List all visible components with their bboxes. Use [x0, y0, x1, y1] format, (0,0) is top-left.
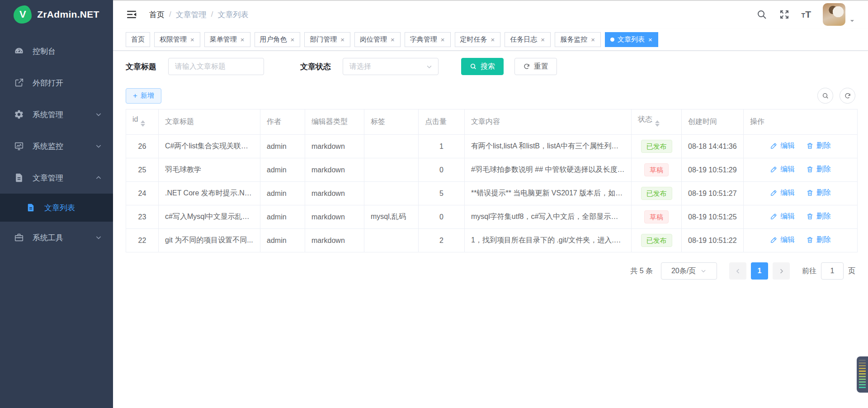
tab-close-icon[interactable]: × — [290, 36, 295, 43]
tab[interactable]: 用户角色 × — [255, 32, 301, 47]
tab[interactable]: 权限管理 × — [154, 32, 200, 47]
cell-operations: 编辑 删除 — [744, 158, 858, 182]
chevron-down-icon — [700, 268, 707, 274]
table-row: 23 c#写入Mysql中文显示乱码 ... admin markdown my… — [126, 205, 858, 229]
column-header[interactable]: 操作 — [744, 109, 858, 135]
trash-icon — [806, 213, 814, 220]
cell-author: admin — [260, 182, 305, 205]
avatar[interactable] — [823, 3, 845, 26]
user-menu[interactable] — [823, 3, 855, 26]
edit-button[interactable]: 编辑 — [770, 188, 795, 198]
edit-button[interactable]: 编辑 — [770, 165, 795, 174]
delete-button[interactable]: 删除 — [806, 188, 831, 198]
document-icon — [25, 202, 36, 213]
search-icon — [470, 63, 477, 70]
tab-close-icon[interactable]: × — [491, 36, 495, 43]
plus-icon: + — [133, 92, 137, 100]
sidebar-item[interactable]: 外部打开 — [0, 67, 113, 99]
tab-close-icon[interactable]: × — [240, 36, 245, 43]
tab[interactable]: 部门管理 × — [304, 32, 350, 47]
topbar: 首页 文章管理 文章列表 TT — [113, 0, 868, 29]
edit-button[interactable]: 编辑 — [770, 212, 795, 221]
column-header[interactable]: 文章内容 — [465, 109, 632, 135]
sidebar-item[interactable]: 系统管理 — [0, 99, 113, 130]
app-root: V ZrAdmin.NET 控制台 — [0, 0, 868, 408]
cell-hits: 0 — [419, 205, 465, 229]
delete-button[interactable]: 删除 — [806, 235, 831, 245]
font-size-icon[interactable]: TT — [802, 9, 811, 20]
tab[interactable]: 岗位管理 × — [354, 32, 401, 47]
next-page-button[interactable] — [773, 262, 790, 280]
tab-close-icon[interactable]: × — [390, 36, 395, 43]
theme-drawer-handle[interactable] — [857, 356, 868, 393]
column-header[interactable]: 标签 — [364, 109, 419, 135]
refresh-icon — [523, 63, 530, 70]
page-size-select[interactable]: 20条/页 — [661, 262, 717, 280]
delete-button[interactable]: 删除 — [806, 141, 831, 151]
tab-close-icon[interactable]: × — [648, 36, 653, 43]
fullscreen-icon[interactable] — [779, 9, 790, 20]
tab[interactable]: 菜单管理 × — [204, 32, 250, 47]
reset-button[interactable]: 重置 — [514, 58, 557, 75]
edit-button[interactable]: 编辑 — [770, 141, 795, 151]
edit-icon — [770, 166, 778, 173]
column-header[interactable]: 编辑器类型 — [305, 109, 364, 135]
sort-caret-icon[interactable] — [655, 118, 660, 129]
edit-button[interactable]: 编辑 — [770, 235, 795, 245]
cell-status: 草稿 — [632, 158, 682, 182]
breadcrumb-item[interactable]: 文章管理 — [176, 9, 218, 20]
refresh-table-button[interactable] — [840, 88, 855, 104]
cell-title: c#写入Mysql中文显示乱码 ... — [159, 205, 260, 229]
current-page-button[interactable]: 1 — [751, 262, 768, 280]
tab[interactable]: 文章列表 × — [605, 32, 658, 47]
breadcrumb-item[interactable]: 文章列表 — [217, 9, 248, 20]
tab-active-dot — [610, 38, 614, 42]
sidebar-item[interactable]: 控制台 — [0, 35, 113, 67]
gear-icon — [14, 109, 24, 120]
search-icon[interactable] — [756, 9, 767, 20]
column-header[interactable]: 文章标题 — [159, 109, 260, 135]
column-header[interactable]: id — [126, 109, 159, 135]
sidebar-item[interactable]: 文章管理 — [0, 162, 113, 194]
sidebar-item[interactable]: 系统工具 — [0, 222, 113, 253]
tab-close-icon[interactable]: × — [440, 36, 445, 43]
tab[interactable]: 字典管理 × — [405, 32, 451, 47]
add-button[interactable]: + 新增 — [126, 88, 161, 104]
status-filter-select[interactable]: 请选择 — [343, 58, 439, 75]
sort-caret-icon[interactable] — [141, 118, 145, 129]
breadcrumb-item[interactable]: 首页 — [149, 9, 176, 20]
delete-button[interactable]: 删除 — [806, 165, 831, 174]
theme-drawer-stripes-icon — [859, 360, 866, 389]
toolbox-icon — [14, 232, 24, 243]
trash-icon — [806, 166, 814, 173]
prev-page-button[interactable] — [729, 262, 746, 280]
search-button[interactable]: 搜索 — [461, 58, 504, 75]
sidebar-item[interactable]: 系统监控 — [0, 130, 113, 162]
tab-close-icon[interactable]: × — [190, 36, 195, 43]
column-header[interactable]: 创建时间 — [682, 109, 744, 135]
cell-editor-type: markdown — [305, 182, 364, 205]
column-header[interactable]: 点击量 — [419, 109, 465, 135]
tab[interactable]: 定时任务 × — [455, 32, 501, 47]
column-header[interactable]: 状态 — [632, 109, 682, 135]
status-badge: 草稿 — [644, 163, 669, 176]
cell-hits: 2 — [419, 229, 465, 252]
cell-hits: 5 — [419, 182, 465, 205]
tab[interactable]: 首页 × — [126, 32, 150, 47]
show-search-button[interactable] — [817, 88, 833, 104]
tab-close-icon[interactable]: × — [540, 36, 545, 43]
delete-button[interactable]: 删除 — [806, 212, 831, 221]
tab[interactable]: 服务监控 × — [555, 32, 601, 47]
sidebar-subitem[interactable]: 文章列表 — [0, 194, 113, 222]
cell-id: 25 — [126, 158, 159, 182]
column-header[interactable]: 作者 — [260, 109, 305, 135]
goto-page-input[interactable] — [821, 262, 844, 280]
title-filter-input[interactable] — [168, 58, 264, 75]
trash-icon — [806, 236, 814, 244]
sidebar-fold-icon[interactable] — [126, 9, 137, 20]
tab-close-icon[interactable]: × — [590, 36, 595, 43]
tab[interactable]: 任务日志 × — [505, 32, 551, 47]
cell-id: 24 — [126, 182, 159, 205]
tab-close-icon[interactable]: × — [340, 36, 345, 43]
app-logo[interactable]: V ZrAdmin.NET — [0, 0, 113, 29]
